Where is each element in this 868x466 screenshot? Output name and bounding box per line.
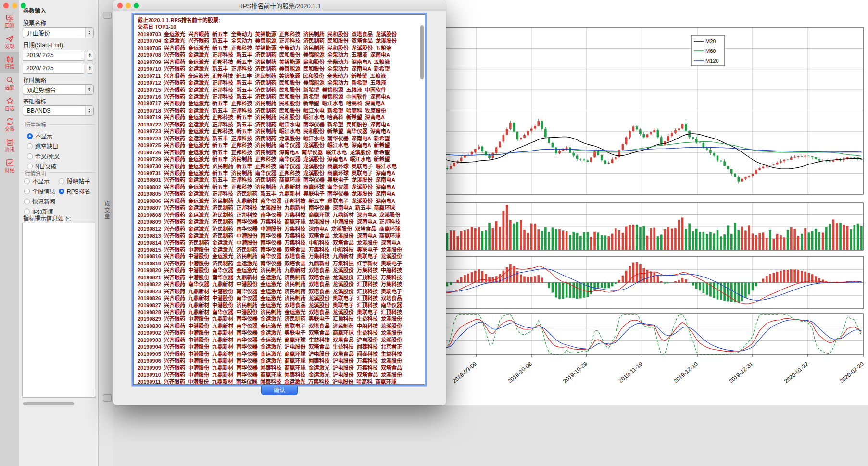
rps-header-line1: 截止2020.1.1-RPS排名前十的股票: (138, 17, 419, 24)
radio-不显示[interactable]: 不显示 (24, 177, 59, 185)
base-indicator-select[interactable]: BBANDS ▲▼ (23, 105, 94, 116)
indicator-hint-textarea[interactable] (22, 223, 95, 398)
radio-label: 不显示 (32, 177, 50, 185)
date-end-field[interactable]: 2020/ 2/25 (23, 63, 84, 74)
volume-axis-label: 成交量 (103, 201, 111, 220)
radio-跳空缺口[interactable]: 跳空缺口 (27, 142, 60, 150)
rps-row: 20190904 兴齐眼药 中潜股份 九鼎新材 南华仪器 金运激光 沪电股份 双… (138, 343, 419, 350)
rps-row: 20190822 兴齐眼药 南华仪器 九鼎新材 中潜股份 金运激光 济民制药 双… (138, 281, 419, 288)
radio-circle-icon (24, 209, 30, 214)
radio-circle-icon (24, 189, 30, 194)
rps-row: 20190722 兴齐眼药 金运激光 正邦科技 新五丰 济民制药 岷江水电 南华… (138, 121, 419, 128)
sidebar-item-faxian[interactable]: 发现 (0, 31, 19, 52)
radio-股吧帖子[interactable]: 股吧帖子 (59, 177, 96, 185)
rps-row: 20190813 兴齐眼药 金运激光 济民制药 中潜股份 南华仪器 万集科技 双… (138, 232, 419, 239)
main-window-traffic-lights[interactable] (3, 3, 26, 9)
date-start-field[interactable]: 2019/ 2/25 (23, 50, 84, 61)
minimize-dialog-icon[interactable] (126, 3, 131, 8)
radio-circle-icon (59, 178, 64, 184)
stock-name-value: 开山股份 (23, 29, 85, 37)
sidebar-item-hangqing[interactable]: 行情 (0, 52, 19, 73)
rps-row: 20190725 兴齐眼药 金运激光 新五丰 正邦科技 济民制药 南华仪器 龙溪… (138, 142, 419, 149)
zoom-window-icon[interactable] (21, 3, 26, 8)
rps-dialog: RPS排名前十的股票/2020.1.1 截止2020.1.1-RPS排名前十的股… (113, 0, 446, 405)
parameter-panel: 参数输入 股票名称 开山股份 ▲▼ 日期(Start-End) 2019/ 2/… (19, 0, 99, 466)
popup-arrows-icon: ▲▼ (85, 106, 93, 115)
rps-row: 20190806 兴齐眼药 金运激光 济民制药 九鼎新材 南华仪器 正邦科技 新… (138, 198, 419, 204)
radio-circle-icon (27, 153, 33, 159)
radio-circle-icon (27, 133, 33, 139)
strip-scroll-top-button[interactable] (103, 12, 112, 19)
dialog-traffic-lights[interactable] (117, 3, 139, 8)
close-dialog-icon[interactable] (117, 3, 123, 8)
rps-row: 20190801 兴齐眼药 金运激光 新五丰 正邦科技 济民制药 商赢环球 南华… (138, 176, 419, 183)
stock-filter-icon (6, 76, 14, 84)
radio-不显示[interactable]: 不显示 (27, 132, 60, 140)
stock-name-select[interactable]: 开山股份 ▲▼ (23, 27, 94, 38)
radio-label: 快讯新闻 (32, 197, 55, 205)
rps-row: 20190808 兴齐眼药 金运激光 济民制药 正邦科技 南华仪器 万集科技 商… (138, 212, 419, 218)
rps-row: 20190705 兴齐眼药 金运激光 新五丰 正邦科技 美锦能源 全柴动力 济民… (138, 45, 419, 51)
rps-row: 20190711 兴齐眼药 金运激光 正邦科技 新五丰 济民制药 美锦能源 民和… (138, 73, 419, 79)
rps-row: 20190716 兴齐眼药 金运激光 正邦科技 新五丰 济民制药 民和股份 新希… (138, 93, 419, 100)
sidebar-item-jiaoyi[interactable]: 交易 (0, 114, 19, 135)
strategy-select[interactable]: 双趋势融合 ▲▼ (23, 84, 94, 95)
dialog-titlebar[interactable]: RPS排名前十的股票/2020.1.1 (113, 0, 446, 11)
rps-list-box[interactable]: 截止2020.1.1-RPS排名前十的股票: 交易日 TOP1-10 20190… (133, 14, 425, 385)
popup-arrows-icon: ▲▼ (85, 85, 93, 94)
sidebar-item-zixuan[interactable]: 自选 (0, 93, 19, 114)
sidebar-item-zixun[interactable]: 资讯 (0, 135, 19, 155)
rps-row: 20190821 兴齐眼药 中潜股份 南华仪器 九鼎新材 金运激光 济民制药 双… (138, 274, 419, 281)
radio-金叉/死叉[interactable]: 金叉/死叉 (27, 152, 60, 160)
strategy-label: 择时策略 (23, 76, 46, 84)
rps-row: 20190902 兴齐眼药 中潜股份 九鼎新材 南华仪器 金运激光 奥联电子 双… (138, 329, 419, 336)
confirm-button[interactable]: 确认 (261, 384, 298, 395)
dialog-title: RPS排名前十的股票/2020.1.1 (239, 1, 321, 10)
radio-快讯新闻[interactable]: 快讯新闻 (24, 197, 59, 205)
rps-row: 20190905 兴齐眼药 中潜股份 九鼎新材 南华仪器 金运激光 商赢环球 沪… (138, 351, 419, 357)
icon-sidebar: 回测发现行情选股自选交易资讯财经 (0, 0, 20, 466)
sidebar-item-label: 回测 (5, 23, 14, 28)
sidebar-item-huice[interactable]: 回测 (0, 11, 19, 31)
date-end-stepper[interactable]: ▲▼ (87, 63, 93, 74)
strip-scroll-bottom-button[interactable] (103, 394, 112, 402)
rps-row: 20190712 兴齐眼药 金运激光 正邦科技 新五丰 济民制药 民和股份 美锦… (138, 79, 419, 86)
params-section-title: 参数输入 (23, 6, 46, 14)
svg-text:M120: M120 (705, 58, 719, 63)
rps-row: 20190719 兴齐眼药 金运激光 正邦科技 新五丰 济民制药 民和股份 岷江… (138, 114, 419, 121)
radio-RPS排名[interactable]: RPS排名 (59, 187, 96, 195)
sidebar-item-label: 自选 (5, 106, 14, 111)
discover-icon (6, 35, 14, 43)
svg-text:2019-11-19: 2019-11-19 (617, 360, 644, 384)
rps-row: 20190729 兴齐眼药 金运激光 新五丰 济民制药 正邦科技 南华仪器 龙溪… (138, 156, 419, 163)
date-range-label: 日期(Start-End) (23, 40, 63, 49)
sidebar-item-label: 选股 (5, 85, 14, 90)
svg-text:2019-10-29: 2019-10-29 (562, 360, 589, 384)
horizontal-scrollbar[interactable] (23, 402, 74, 405)
sidebar-item-label: 行情 (5, 64, 14, 70)
rps-header-line2: 交易日 TOP1-10 (138, 24, 419, 30)
minimize-window-icon[interactable] (12, 3, 17, 8)
svg-text:2019-09-09: 2019-09-09 (451, 360, 478, 384)
finance-icon (6, 159, 14, 167)
rps-row: 20190903 兴齐眼药 中潜股份 九鼎新材 南华仪器 金运激光 商赢环球 生… (138, 337, 419, 343)
zoom-dialog-icon[interactable] (134, 3, 139, 8)
radio-个股信息[interactable]: 个股信息 (24, 187, 59, 195)
backtest-icon (6, 14, 14, 22)
sidebar-item-label: 交易 (5, 126, 14, 132)
date-start-stepper[interactable]: ▲▼ (87, 50, 93, 61)
sidebar-item-xuangu[interactable]: 选股 (0, 73, 19, 93)
rps-row: 20190715 兴齐眼药 金运激光 正邦科技 新五丰 济民制药 民和股份 新希… (138, 87, 419, 93)
rps-row: 20190910 兴齐眼药 中潜股份 九鼎新材 南华仪器 商赢环球 闻泰科技 金… (138, 371, 419, 378)
rps-row: 20190805 兴齐眼药 金运激光 正邦科技 济民制药 新五丰 九鼎新材 奥联… (138, 190, 419, 197)
sidebar-item-caijing[interactable]: 财经 (0, 155, 19, 176)
radio-circle-icon (27, 164, 33, 169)
close-window-icon[interactable] (3, 3, 9, 8)
rps-list-scrollbar[interactable] (420, 25, 424, 79)
rps-row: 20190710 兴齐眼药 金运激光 新五丰 正邦科技 济民制药 美锦能源 民和… (138, 65, 419, 72)
radio-circle-icon (24, 199, 30, 204)
background-strip-window: 成交量 (99, 0, 113, 466)
sidebar-item-label: 财经 (5, 168, 14, 173)
rps-row: 20190830 兴齐眼药 中潜股份 九鼎新材 南华仪器 金运激光 奥联电子 双… (138, 323, 419, 329)
rps-row: 20190819 兴齐眼药 中潜股份 济民制药 金运激光 南华仪器 双塔食品 九… (138, 260, 419, 267)
